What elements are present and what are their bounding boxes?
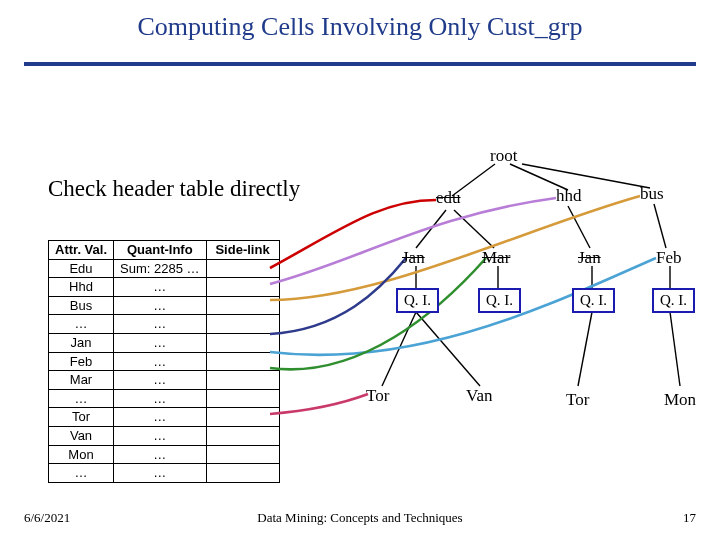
node-root: root bbox=[490, 146, 517, 166]
node-mar: Mar bbox=[482, 248, 510, 268]
node-jan2: Jan bbox=[578, 248, 601, 268]
footer-page: 17 bbox=[683, 510, 696, 526]
node-tor: Tor bbox=[366, 386, 389, 406]
svg-line-3 bbox=[416, 210, 446, 248]
svg-line-2 bbox=[522, 164, 650, 188]
node-edu: edu bbox=[436, 188, 461, 208]
qi-box: Q. I. bbox=[572, 288, 615, 313]
node-van: Van bbox=[466, 386, 492, 406]
qi-box: Q. I. bbox=[396, 288, 439, 313]
footer-center: Data Mining: Concepts and Techniques bbox=[0, 510, 720, 526]
qi-box: Q. I. bbox=[652, 288, 695, 313]
tree-edges bbox=[0, 0, 720, 540]
svg-line-14 bbox=[670, 312, 680, 386]
node-hhd: hhd bbox=[556, 186, 582, 206]
qi-box: Q. I. bbox=[478, 288, 521, 313]
node-tor2: Tor bbox=[566, 390, 589, 410]
node-jan: Jan bbox=[402, 248, 425, 268]
node-bus: bus bbox=[640, 184, 664, 204]
svg-line-12 bbox=[416, 312, 480, 386]
svg-line-6 bbox=[654, 204, 666, 248]
node-feb: Feb bbox=[656, 248, 682, 268]
node-mon: Mon bbox=[664, 390, 696, 410]
svg-line-13 bbox=[578, 312, 592, 386]
